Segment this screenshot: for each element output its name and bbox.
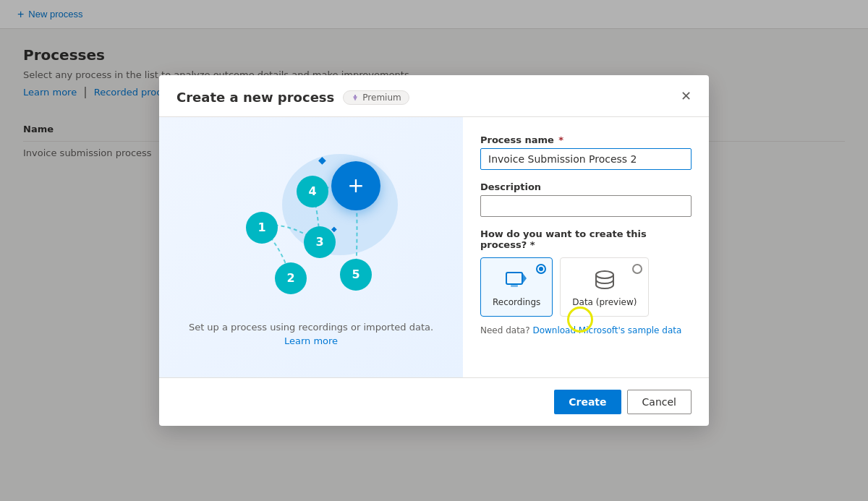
node-5: 5	[340, 259, 372, 291]
premium-badge: Premium	[343, 90, 409, 105]
modal-form: Process name * Description How do you wa…	[463, 117, 709, 377]
svg-point-3	[596, 271, 613, 278]
need-data-section: Need data? Download Microsoft's sample d…	[480, 325, 692, 335]
required-indicator: *	[558, 134, 563, 145]
modal-header: Create a new process Premium ✕	[159, 75, 709, 117]
create-options: Recordings Data (preview)	[480, 257, 692, 317]
modal-dialog: Create a new process Premium ✕	[159, 75, 709, 426]
description-input[interactable]	[480, 195, 692, 217]
node-1: 1	[246, 212, 278, 244]
svg-rect-0	[506, 273, 522, 284]
modal-overlay: Create a new process Premium ✕	[0, 0, 868, 501]
modal-title: Create a new process	[176, 90, 334, 105]
description-group: Description	[480, 181, 692, 217]
download-sample-link[interactable]: Download Microsoft's sample data	[532, 325, 681, 335]
node-3: 3	[304, 226, 336, 258]
diamond-icon	[351, 93, 359, 102]
radio-recordings	[536, 264, 546, 274]
svg-marker-1	[522, 273, 527, 284]
radio-data-preview	[632, 264, 642, 274]
process-name-label: Process name *	[480, 134, 692, 145]
premium-label: Premium	[362, 93, 401, 103]
description-label: Description	[480, 181, 692, 192]
process-diagram: ◆ ◆ + 1 2 3 4 5	[224, 147, 398, 306]
modal-footer: Create Cancel	[159, 377, 709, 426]
modal-illustration: ◆ ◆ + 1 2 3 4 5	[159, 117, 463, 377]
data-preview-icon	[592, 267, 618, 293]
node-2: 2	[275, 262, 307, 294]
recordings-label: Recordings	[493, 297, 540, 307]
illustration-learn-more-link[interactable]: Learn more	[284, 335, 338, 346]
close-button[interactable]: ✕	[675, 87, 697, 106]
process-name-input[interactable]	[480, 148, 692, 170]
option-data-preview[interactable]: Data (preview)	[560, 257, 649, 317]
how-create-group: How do you want to create this process? …	[480, 228, 692, 335]
process-name-group: Process name *	[480, 134, 692, 170]
modal-body: ◆ ◆ + 1 2 3 4 5	[159, 117, 709, 377]
caption-text: Set up a process using recordings or imp…	[189, 322, 433, 333]
recordings-icon	[503, 267, 529, 293]
cancel-button[interactable]: Cancel	[627, 390, 692, 414]
how-create-label: How do you want to create this process? …	[480, 228, 692, 250]
node-4: 4	[297, 176, 328, 207]
sparkle-1: ◆	[318, 154, 326, 166]
node-main: +	[331, 161, 380, 210]
create-button[interactable]: Create	[554, 390, 621, 414]
svg-rect-2	[511, 285, 518, 287]
how-required-indicator: *	[530, 239, 535, 250]
data-preview-label: Data (preview)	[572, 297, 637, 307]
option-recordings[interactable]: Recordings	[480, 257, 553, 317]
illustration-caption: Set up a process using recordings or imp…	[189, 320, 433, 348]
sparkle-2: ◆	[331, 225, 337, 233]
